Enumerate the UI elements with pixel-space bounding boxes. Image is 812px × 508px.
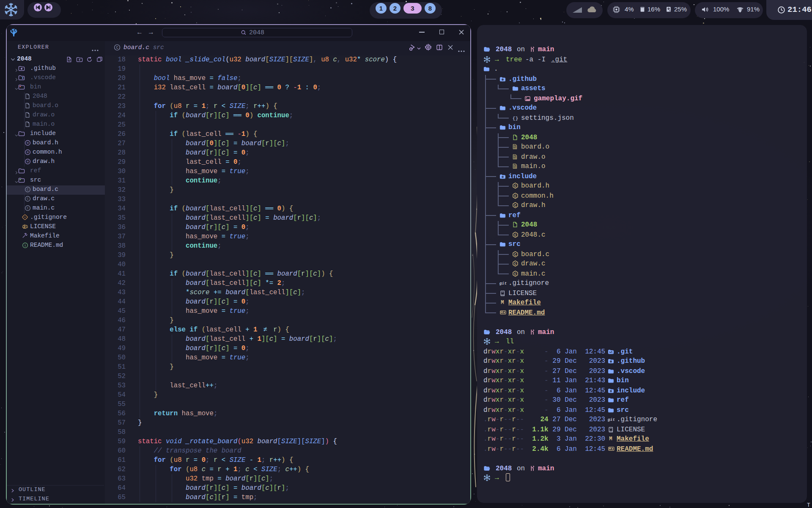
svg-text:C: C [116, 46, 118, 50]
svg-text:i: i [24, 244, 26, 247]
svg-text:C: C [27, 188, 29, 191]
svg-text:C: C [27, 197, 29, 201]
svg-text:H: H [27, 160, 29, 163]
svg-text:H: H [27, 151, 29, 154]
svg-text:C: C [27, 207, 29, 210]
svg-text:H: H [27, 141, 29, 145]
